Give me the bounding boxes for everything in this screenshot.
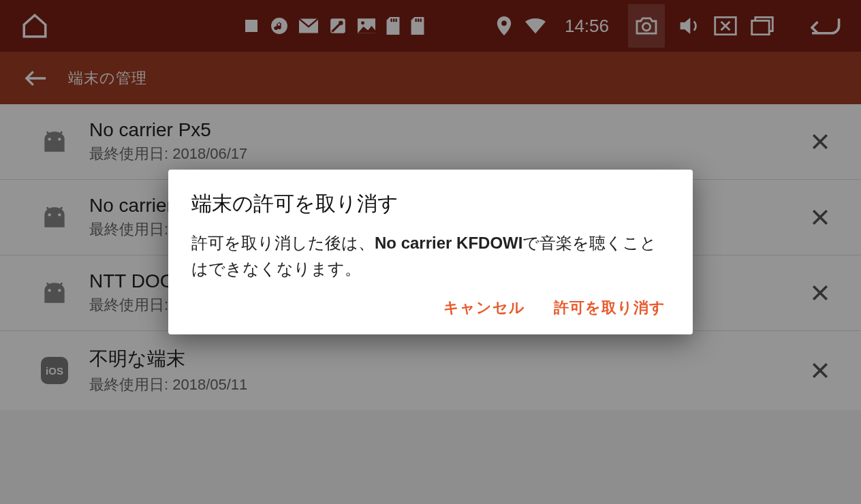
dialog-title: 端末の許可を取り消す — [191, 190, 670, 218]
dialog-body: 許可を取り消した後は、No carrier KFDOWIで音楽を聴くことはできな… — [191, 230, 670, 281]
modal-overlay[interactable]: 端末の許可を取り消す 許可を取り消した後は、No carrier KFDOWIで… — [0, 0, 861, 504]
confirm-revoke-button[interactable]: 許可を取り消す — [554, 298, 666, 318]
revoke-dialog: 端末の許可を取り消す 許可を取り消した後は、No carrier KFDOWIで… — [168, 170, 693, 334]
cancel-button[interactable]: キャンセル — [443, 298, 525, 318]
